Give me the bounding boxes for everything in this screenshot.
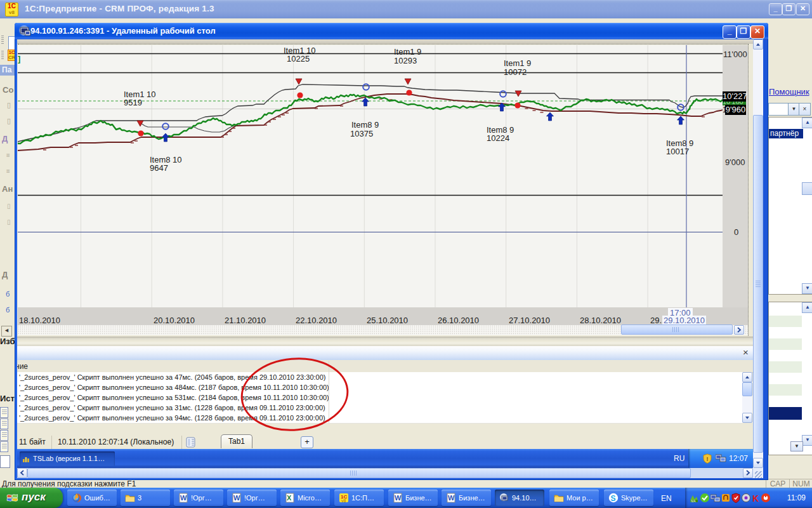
svg-text:10293: 10293 xyxy=(394,56,417,65)
svg-text:Item1 9: Item1 9 xyxy=(504,58,531,68)
svg-text:10375: 10375 xyxy=(350,129,373,138)
svg-text:!: ! xyxy=(707,456,709,462)
svg-text:W: W xyxy=(395,494,402,502)
svg-text:10072: 10072 xyxy=(504,67,527,77)
svg-text:W: W xyxy=(448,494,455,502)
svg-text:9519: 9519 xyxy=(124,98,142,107)
svg-text:N/A: N/A xyxy=(691,500,696,503)
svg-text:W: W xyxy=(233,494,240,502)
svg-text:Item8 9: Item8 9 xyxy=(351,120,379,130)
svg-text:10017: 10017 xyxy=(666,147,689,156)
svg-text:v8: v8 xyxy=(341,498,346,503)
svg-text:X: X xyxy=(287,494,292,502)
svg-text:Item1 9: Item1 9 xyxy=(394,47,421,57)
svg-text:10224: 10224 xyxy=(487,133,509,143)
svg-text:]: ] xyxy=(18,54,20,64)
svg-text:W: W xyxy=(180,494,187,502)
svg-text:9647: 9647 xyxy=(150,163,168,173)
svg-text:S: S xyxy=(611,494,616,503)
svg-text:10225: 10225 xyxy=(287,54,310,64)
svg-text:K: K xyxy=(752,493,759,504)
